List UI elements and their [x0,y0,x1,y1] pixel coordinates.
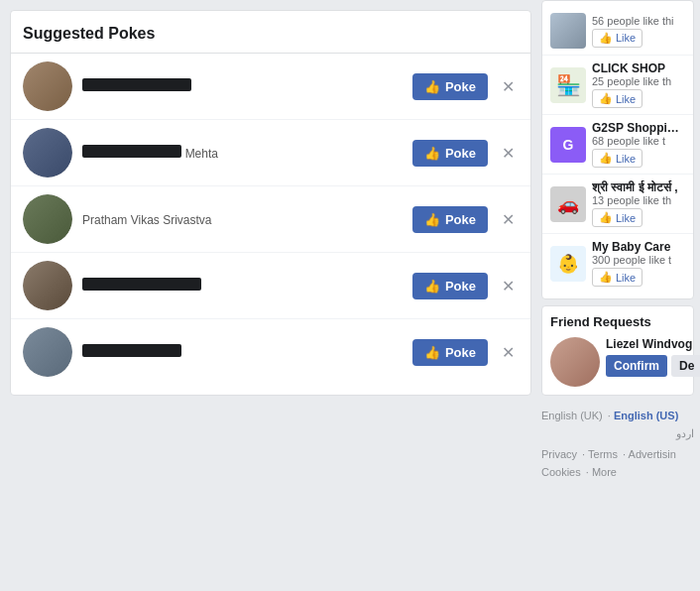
page-item: 👶 My Baby Care 300 people like t 👍 Like [542,234,693,293]
like-count: 56 people like thi [592,15,685,27]
page-item: 🏪 CLICK SHOP 25 people like th 👍 Like [542,56,693,115]
suggested-pokes-card: Suggested Pokes 👍 Poke ✕ [10,10,531,396]
like-label: Like [616,32,636,44]
page-name: My Baby Care [592,240,685,254]
page-info: CLICK SHOP 25 people like th 👍 Like [592,61,685,108]
poke-label: Poke [445,146,476,161]
avatar [23,194,72,244]
close-button[interactable]: ✕ [498,75,519,98]
poke-row: Pratham Vikas Srivastva 👍 Poke ✕ [11,186,530,253]
name-block: Mehta [82,145,403,161]
poke-row: 👍 Poke ✕ [11,319,530,385]
page-likes: 68 people like t [592,135,685,147]
person-name: Pratham Vikas Srivastva [82,213,212,227]
page-likes: 25 people like th [592,75,685,87]
thumb-icon: 👍 [424,146,440,161]
suggested-pokes-title: Suggested Pokes [11,21,530,54]
poke-button[interactable]: 👍 Poke [412,206,488,233]
like-button[interactable]: 👍 Like [592,89,642,108]
page-avatar: G [550,127,586,163]
thumb-icon: 👍 [599,152,613,165]
privacy-link[interactable]: Privacy [541,448,577,460]
poke-row: 👍 Poke ✕ [11,253,530,319]
page-avatar: 🚗 [550,186,586,222]
right-panel: 56 people like thi 👍 Like 🏪 CLICK SHOP 2… [541,0,700,591]
language-uk-link[interactable]: English (UK) [541,410,603,421]
page-name: G2SP Shopping... [592,121,685,135]
poke-button[interactable]: 👍 Poke [412,339,488,366]
avatar [23,61,72,111]
confirm-button[interactable]: Confirm [606,355,667,377]
poke-label: Poke [445,279,476,294]
name-block [82,78,403,94]
friend-request-actions: Confirm De [606,355,700,377]
like-button[interactable]: 👍 Like [592,268,642,287]
redacted-name [82,278,201,291]
poke-label: Poke [445,212,476,227]
poke-label: Poke [445,79,476,94]
page-name: CLICK SHOP [592,61,685,75]
footer-section: English (UK) · English (US) اردو Privacy… [541,402,694,487]
friend-request-avatar [550,337,600,387]
thumb-icon: 👍 [599,211,613,224]
advertising-link[interactable]: Advertisin [629,448,676,460]
friend-requests-section: Friend Requests Liezel Windvog Confirm D… [541,305,694,396]
like-button[interactable]: 👍 Like [592,208,642,227]
avatar [23,327,72,377]
poke-row: Mehta 👍 Poke ✕ [11,120,530,186]
like-label: Like [616,272,636,284]
thumb-icon: 👍 [424,279,440,294]
close-button[interactable]: ✕ [498,208,519,231]
name-block [82,278,403,294]
like-label: Like [616,153,636,165]
avatar [23,128,72,177]
page-likes: 13 people like th [592,194,685,206]
poke-label: Poke [445,345,476,360]
close-button[interactable]: ✕ [498,341,519,364]
poke-row: 👍 Poke ✕ [11,54,530,120]
friend-requests-title: Friend Requests [550,314,685,329]
pages-section: 56 people like thi 👍 Like 🏪 CLICK SHOP 2… [541,0,694,299]
page-item: 56 people like thi 👍 Like [542,7,693,56]
page-info: My Baby Care 300 people like t 👍 Like [592,240,685,287]
footer-links-2: Cookies · More [541,464,694,482]
close-button[interactable]: ✕ [498,275,519,297]
friend-request-item: Liezel Windvog Confirm De [550,337,685,387]
page-likes: 300 people like t [592,254,685,266]
redacted-name [82,344,181,357]
like-label: Like [616,212,636,224]
page-info: 56 people like thi 👍 Like [592,15,685,48]
name-block: Pratham Vikas Srivastva [82,212,403,227]
friend-request-name: Liezel Windvog [606,337,700,351]
page-name: श्री स्वामी ई मोटर्स , [592,180,685,194]
like-button[interactable]: 👍 Like [592,149,642,168]
thumb-icon: 👍 [599,32,613,45]
terms-link[interactable]: Terms [588,448,618,460]
more-link[interactable]: More [592,466,617,478]
thumb-icon: 👍 [424,79,440,94]
page-avatar: 👶 [550,246,586,282]
page-avatar: 🏪 [550,67,586,103]
avatar [23,261,72,310]
thumb-icon: 👍 [424,345,440,360]
name-block [82,344,403,360]
footer-urdu: اردو [541,425,694,443]
page-info: G2SP Shopping... 68 people like t 👍 Like [592,121,685,168]
page-item: 🚗 श्री स्वामी ई मोटर्स , 13 people like … [542,175,693,234]
page-avatar [550,13,586,49]
poke-button[interactable]: 👍 Poke [412,273,488,299]
like-button[interactable]: 👍 Like [592,29,642,48]
close-button[interactable]: ✕ [498,142,519,165]
poke-button[interactable]: 👍 Poke [412,73,488,100]
thumb-icon: 👍 [599,92,613,105]
poke-button[interactable]: 👍 Poke [412,140,488,167]
language-us-link[interactable]: English (US) [614,410,678,421]
left-panel: Suggested Pokes 👍 Poke ✕ [0,0,541,591]
thumb-icon: 👍 [424,212,440,227]
footer-links: Privacy · Terms · Advertisin [541,446,694,464]
avatar-letter: G [563,137,574,153]
cookies-link[interactable]: Cookies [541,466,581,478]
footer-languages: English (UK) · English (US) [541,408,694,425]
page-info: श्री स्वामी ई मोटर्स , 13 people like th… [592,180,685,227]
delete-button[interactable]: De [671,355,700,377]
